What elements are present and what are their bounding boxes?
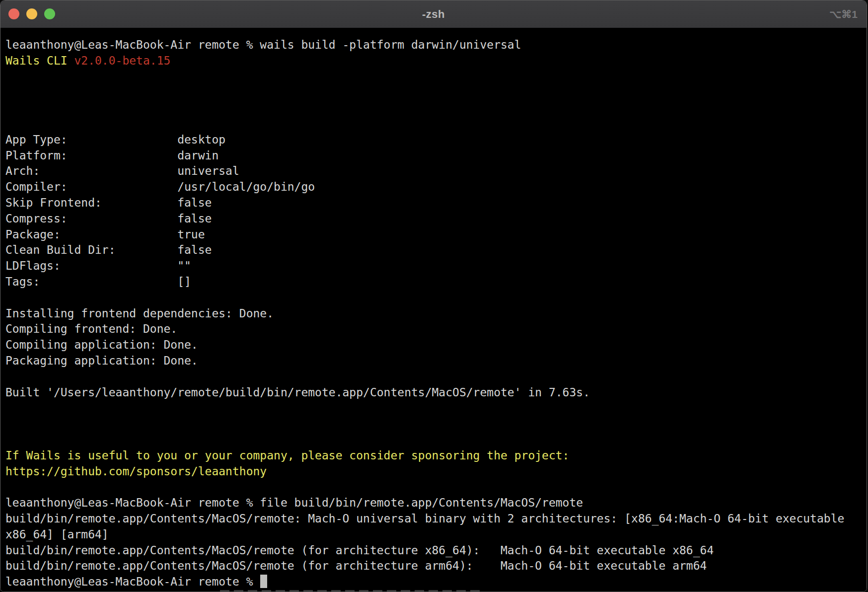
terminal-line: leaanthony@Leas-MacBook-Air remote % wai…	[5, 37, 867, 53]
clipped-partial-line	[220, 590, 480, 592]
terminal-window: -zsh ⌥⌘1 leaanthony@Leas-MacBook-Air rem…	[0, 0, 867, 592]
terminal-text-segment: build/bin/remote.app/Contents/MacOS/remo…	[5, 559, 707, 572]
terminal-line: App Type: desktop	[5, 132, 867, 148]
title-bar[interactable]: -zsh ⌥⌘1	[0, 0, 867, 28]
terminal-text-segment: Installing frontend dependencies: Done.	[5, 307, 274, 320]
terminal-text-segment: Compress: false	[5, 212, 212, 225]
terminal-line	[5, 84, 867, 100]
terminal-line: Compiling frontend: Done.	[5, 321, 867, 337]
terminal-text-segment: If Wails is useful to you or your compan…	[5, 449, 569, 462]
terminal-text-segment: App Type: desktop	[5, 133, 225, 146]
terminal-text-segment: LDFlags: ""	[5, 259, 191, 272]
window-title: -zsh	[0, 0, 867, 28]
terminal-output[interactable]: leaanthony@Leas-MacBook-Air remote % wai…	[0, 28, 867, 592]
terminal-text-segment: leaanthony@Leas-MacBook-Air remote %	[5, 575, 260, 588]
terminal-line	[5, 432, 867, 448]
terminal-text-segment: Compiler: /usr/local/go/bin/go	[5, 180, 315, 193]
terminal-text-segment: v2.0.0-beta.15	[74, 54, 170, 67]
terminal-line: Tags: []	[5, 274, 867, 290]
terminal-line	[5, 116, 867, 132]
terminal-text-segment: Platform: darwin	[5, 149, 218, 162]
terminal-line: Skip Frontend: false	[5, 195, 867, 211]
terminal-line	[5, 100, 867, 116]
terminal-text-segment: Arch: universal	[5, 164, 239, 177]
terminal-text-segment: x86_64] [arm64]	[5, 528, 109, 541]
terminal-text-segment: Tags: []	[5, 275, 191, 288]
terminal-line	[5, 69, 867, 85]
terminal-line	[5, 590, 867, 592]
terminal-line: Built '/Users/leaanthony/remote/build/bi…	[5, 385, 867, 401]
terminal-line: Packaging application: Done.	[5, 353, 867, 369]
terminal-text-segment: Compiling frontend: Done.	[5, 322, 177, 335]
terminal-line: Platform: darwin	[5, 148, 867, 164]
terminal-line: x86_64] [arm64]	[5, 527, 867, 543]
terminal-line: LDFlags: ""	[5, 258, 867, 274]
terminal-text-segment: Compiling application: Done.	[5, 338, 198, 351]
terminal-line	[5, 369, 867, 385]
terminal-line: build/bin/remote.app/Contents/MacOS/remo…	[5, 558, 867, 574]
terminal-text-segment: build/bin/remote.app/Contents/MacOS/remo…	[5, 512, 844, 525]
terminal-text-segment: Clean Build Dir: false	[5, 243, 212, 256]
terminal-line: If Wails is useful to you or your compan…	[5, 448, 867, 464]
terminal-line: https://github.com/sponsors/leaanthony	[5, 464, 867, 480]
terminal-line: Arch: universal	[5, 163, 867, 179]
terminal-text-segment: Wails CLI	[5, 54, 74, 67]
terminal-text-segment: Package: true	[5, 228, 205, 241]
terminal-line: Compiler: /usr/local/go/bin/go	[5, 179, 867, 195]
terminal-text-segment: https://github.com/sponsors/leaanthony	[5, 465, 267, 478]
terminal-line: leaanthony@Leas-MacBook-Air remote % fil…	[5, 495, 867, 511]
terminal-text-segment: build/bin/remote.app/Contents/MacOS/remo…	[5, 544, 714, 557]
terminal-line	[5, 400, 867, 416]
terminal-line: Wails CLI v2.0.0-beta.15	[5, 53, 867, 69]
terminal-line	[5, 290, 867, 306]
terminal-line: Compiling application: Done.	[5, 337, 867, 353]
terminal-line	[5, 479, 867, 495]
terminal-cursor	[260, 575, 267, 588]
terminal-text-segment: Built '/Users/leaanthony/remote/build/bi…	[5, 386, 590, 399]
terminal-line: leaanthony@Leas-MacBook-Air remote %	[5, 574, 867, 590]
terminal-text-segment: leaanthony@Leas-MacBook-Air remote % wai…	[5, 38, 521, 51]
terminal-line: build/bin/remote.app/Contents/MacOS/remo…	[5, 511, 867, 527]
tab-shortcut-badge: ⌥⌘1	[829, 0, 858, 28]
terminal-text-segment: Skip Frontend: false	[5, 196, 212, 209]
terminal-line: Clean Build Dir: false	[5, 242, 867, 258]
terminal-line: Compress: false	[5, 211, 867, 227]
terminal-text-segment: Packaging application: Done.	[5, 354, 198, 367]
terminal-line: build/bin/remote.app/Contents/MacOS/remo…	[5, 543, 867, 559]
terminal-line: Package: true	[5, 227, 867, 243]
terminal-text-segment: leaanthony@Leas-MacBook-Air remote % fil…	[5, 496, 583, 509]
terminal-line	[5, 416, 867, 432]
terminal-line: Installing frontend dependencies: Done.	[5, 306, 867, 322]
